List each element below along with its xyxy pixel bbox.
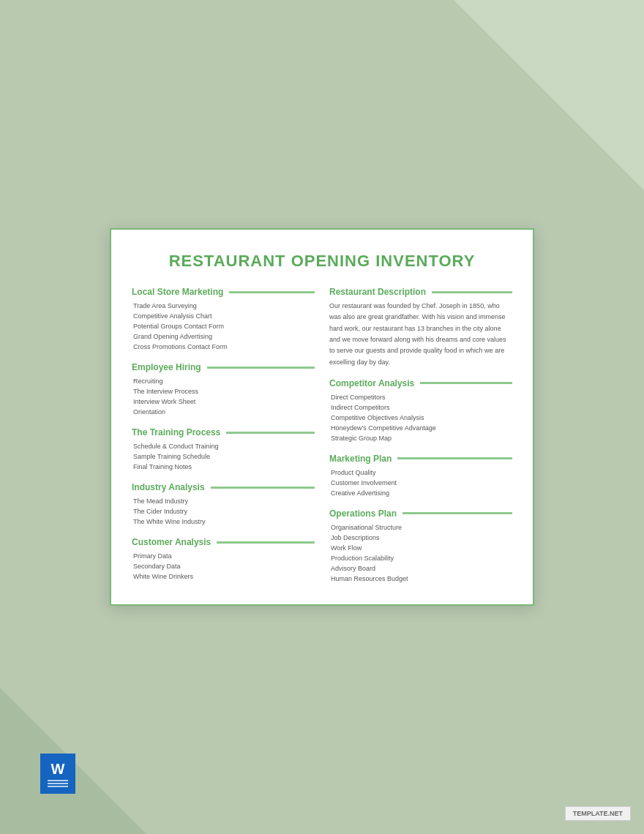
section-header-employee-hiring: Employee Hiring	[132, 362, 315, 372]
section-title-employee-hiring: Employee Hiring	[132, 362, 201, 372]
section-header-competitor-analysis: Competitor Analysis	[329, 378, 512, 388]
section-header-marketing-plan: Marketing Plan	[329, 454, 512, 464]
left-column: Local Store Marketing Trade Area Surveyi…	[132, 287, 315, 584]
section-line-training-process	[226, 432, 315, 434]
section-line-industry-analysis	[211, 487, 315, 489]
list-item: Trade Area Surveying	[132, 301, 315, 311]
list-item: Honeydew's Competitive Advantage	[329, 423, 512, 433]
list-item: Indirect Competitors	[329, 402, 512, 413]
section-title-local-store-marketing: Local Store Marketing	[132, 287, 223, 297]
list-item: The Mead Industry	[132, 496, 315, 506]
word-icon-line	[48, 780, 68, 781]
section-header-restaurant-description: Restaurant Description	[329, 287, 512, 297]
section-title-training-process: The Training Process	[132, 427, 220, 437]
section-title-industry-analysis: Industry Analysis	[132, 482, 205, 492]
section-title-restaurant-description: Restaurant Description	[329, 287, 426, 297]
list-item: Production Scalability	[329, 553, 512, 563]
section-line-restaurant-description	[432, 291, 512, 293]
word-icon: W	[40, 754, 75, 794]
section-line-employee-hiring	[207, 367, 315, 369]
list-item: Secondary Data	[132, 561, 315, 571]
list-item: Work Flow	[329, 543, 512, 553]
section-header-industry-analysis: Industry Analysis	[132, 482, 315, 492]
document-container: RESTAURANT OPENING INVENTORY Local Store…	[110, 228, 534, 606]
section-title-customer-analysis: Customer Analysis	[132, 537, 211, 547]
list-item: Advisory Board	[329, 563, 512, 574]
section-line-operations-plan	[402, 512, 512, 514]
list-item: The Interview Process	[132, 386, 315, 397]
section-header-training-process: The Training Process	[132, 427, 315, 437]
list-item: Sample Training Schedule	[132, 451, 315, 462]
section-line-competitor-analysis	[420, 382, 512, 384]
word-icon-line	[48, 786, 68, 787]
list-item: Direct Competitors	[329, 392, 512, 402]
list-item: Primary Data	[132, 551, 315, 561]
list-item: Customer Involvement	[329, 478, 512, 488]
section-line-local-store-marketing	[229, 291, 315, 293]
list-item: Product Quality	[329, 467, 512, 478]
list-item: Job Descriptions	[329, 533, 512, 543]
right-column: Restaurant Description Our restaurant wa…	[329, 287, 512, 584]
word-icon-line	[48, 783, 68, 784]
section-line-customer-analysis	[217, 541, 315, 544]
list-item: Strategic Group Map	[329, 433, 512, 443]
list-item: White Wine Drinkers	[132, 571, 315, 582]
list-item: Competitive Analysis Chart	[132, 311, 315, 321]
list-item: Creative Advertising	[329, 488, 512, 498]
section-header-local-store-marketing: Local Store Marketing	[132, 287, 315, 297]
list-item: Human Resources Budget	[329, 574, 512, 584]
document-body: Local Store Marketing Trade Area Surveyi…	[132, 287, 512, 584]
section-title-marketing-plan: Marketing Plan	[329, 454, 392, 464]
list-item: Organisational Structure	[329, 522, 512, 533]
list-item: The White Wine Industry	[132, 516, 315, 527]
list-item: Orientation	[132, 407, 315, 417]
document-title: RESTAURANT OPENING INVENTORY	[132, 252, 512, 271]
list-item: Recruiting	[132, 376, 315, 386]
template-badge: TEMPLATE.NET	[565, 806, 631, 821]
section-title-competitor-analysis: Competitor Analysis	[329, 378, 414, 388]
section-header-customer-analysis: Customer Analysis	[132, 537, 315, 547]
list-item: Potential Groups Contact Form	[132, 321, 315, 331]
list-item: Final Training Notes	[132, 462, 315, 472]
section-title-operations-plan: Operations Plan	[329, 508, 397, 519]
list-item: Grand Opening Advertising	[132, 331, 315, 342]
list-item: Interview Work Sheet	[132, 397, 315, 407]
word-icon-lines	[48, 780, 68, 787]
restaurant-description-text: Our restaurant was founded by Chef. Jose…	[329, 301, 512, 368]
section-header-operations-plan: Operations Plan	[329, 508, 512, 519]
list-item: Schedule & Conduct Training	[132, 441, 315, 451]
bg-decoration-top-right	[454, 0, 644, 190]
section-line-marketing-plan	[397, 457, 512, 459]
word-letter: W	[51, 761, 65, 778]
list-item: Cross Promotions Contact Form	[132, 342, 315, 352]
list-item: The Cider Industry	[132, 506, 315, 516]
list-item: Competitive Objectives Analysis	[329, 413, 512, 423]
